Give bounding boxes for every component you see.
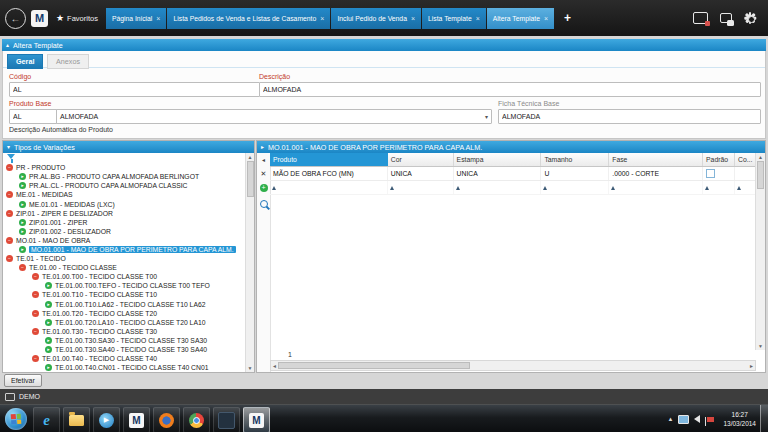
browser-tab[interactable]: Lista Template×: [422, 8, 486, 29]
scroll-left-icon[interactable]: ◄: [272, 363, 277, 369]
tree-panel-header[interactable]: ▾ Tipos de Variações: [3, 141, 254, 153]
add-row-cell[interactable]: [735, 181, 756, 194]
browser-tab[interactable]: Inclui Pedido de Venda×: [331, 8, 421, 29]
column-header[interactable]: Estampa: [454, 153, 542, 166]
collapse-node-icon[interactable]: −: [32, 328, 39, 335]
leaf-arrow-icon[interactable]: ▸: [45, 301, 52, 308]
tree-node[interactable]: ▸PR.AL.CL - PRODUTO CAPA ALMOFADA CLASSI…: [3, 181, 246, 190]
add-row-cell[interactable]: [270, 181, 388, 194]
collapse-node-icon[interactable]: −: [19, 264, 26, 271]
tree-node[interactable]: −MO.01 - MAO DE OBRA: [3, 236, 246, 245]
column-header[interactable]: Padrão: [703, 153, 735, 166]
tray-volume-icon[interactable]: [694, 415, 700, 423]
leaf-arrow-icon[interactable]: ▸: [19, 201, 26, 208]
collapse-node-icon[interactable]: −: [6, 210, 13, 217]
action-center-flag-icon[interactable]: [707, 417, 714, 422]
scroll-right-icon[interactable]: ►: [749, 363, 754, 369]
tree-node[interactable]: −PR - PRODUTO: [3, 163, 246, 172]
leaf-arrow-icon[interactable]: ▸: [19, 173, 26, 180]
collapse-node-icon[interactable]: −: [6, 164, 13, 171]
leaf-arrow-icon[interactable]: ▸: [45, 319, 52, 326]
media-player-icon[interactable]: ▶: [93, 407, 120, 432]
browser-tab[interactable]: Altera Template×: [487, 8, 554, 29]
tab-close-icon[interactable]: ×: [544, 15, 548, 22]
collapse-tree-icon[interactable]: ▾: [7, 144, 10, 150]
tree-node[interactable]: ▸TE.01.00.T30.SA40 - TECIDO CLASSE T30 S…: [3, 345, 246, 354]
panel-titlebar[interactable]: ▴ Altera Template: [2, 39, 766, 51]
add-row-icon[interactable]: +: [260, 184, 268, 192]
tree-node[interactable]: −TE.01.00.T40 - TECIDO CLASSE T40: [3, 354, 246, 363]
tray-monitor-icon[interactable]: [678, 415, 689, 424]
column-header[interactable]: Tamanho: [541, 153, 609, 166]
column-header[interactable]: Cor: [388, 153, 454, 166]
add-row-cell[interactable]: [454, 181, 542, 194]
scroll-thumb[interactable]: [247, 161, 254, 197]
dropdown-arrow-icon[interactable]: ▾: [485, 113, 488, 120]
browser-tab[interactable]: Lista Pedidos de Venda e Listas de Casam…: [167, 8, 330, 29]
millennium-app-icon[interactable]: M: [123, 407, 150, 432]
produto-base-select[interactable]: ALMOFADA ▾: [56, 109, 492, 124]
leaf-arrow-icon[interactable]: ▸: [19, 182, 26, 189]
filter-icon[interactable]: [7, 154, 17, 163]
collapse-node-icon[interactable]: −: [32, 291, 39, 298]
tree-node[interactable]: −ME.01 - MEDIDAS: [3, 190, 246, 199]
tree-node[interactable]: ▸ME.01.01 - MEDIDAS (LXC): [3, 199, 246, 208]
grid-add-row[interactable]: [270, 181, 756, 195]
tree-node[interactable]: −TE.01.00.T00 - TECIDO CLASSE T00: [3, 272, 246, 281]
grid-cell-cor[interactable]: UNICA: [388, 167, 454, 180]
search-row-icon[interactable]: [260, 200, 268, 208]
column-header[interactable]: Co...: [735, 153, 756, 166]
tree-node[interactable]: −TE.01.00 - TECIDO CLASSE: [3, 263, 246, 272]
favorites-button[interactable]: ★ Favoritos: [53, 13, 101, 23]
produto-base-code-input[interactable]: [9, 109, 61, 124]
tree-node[interactable]: ▸ZIP.01.002 - DESLIZADOR: [3, 227, 246, 236]
column-header[interactable]: Fase: [609, 153, 703, 166]
leaf-arrow-icon[interactable]: ▸: [19, 246, 26, 253]
add-row-cell[interactable]: [388, 181, 454, 194]
column-header[interactable]: Produto: [270, 153, 388, 166]
tree-node[interactable]: −TE.01.00.T20 - TECIDO CLASSE T20: [3, 309, 246, 318]
tree-node[interactable]: ▸TE.01.00.T20.LA10 - TECIDO CLASSE T20 L…: [3, 318, 246, 327]
grid-cell-fase[interactable]: .0000 - CORTE: [609, 167, 703, 180]
tree-node[interactable]: ▸ZIP.01.001 - ZIPER: [3, 218, 246, 227]
collapse-node-icon[interactable]: −: [6, 255, 13, 262]
collapse-node-icon[interactable]: −: [32, 273, 39, 280]
tree-node[interactable]: ▸TE.01.00.T00.TEFO - TECIDO CLASSE T00 T…: [3, 281, 246, 290]
leaf-arrow-icon[interactable]: ▸: [45, 337, 52, 344]
chat-icon[interactable]: [718, 11, 733, 25]
tree-node[interactable]: ▸TE.01.00.T40.CN01 - TECIDO CLASSE T40 C…: [3, 363, 246, 372]
grid-cell-tamanho[interactable]: U: [541, 167, 609, 180]
tree-node[interactable]: −TE.01 - TECIDO: [3, 254, 246, 263]
horizontal-scrollbar[interactable]: ◄ ►: [270, 360, 756, 371]
windows-explorer-icon[interactable]: [63, 407, 90, 432]
tab-close-icon[interactable]: ×: [411, 15, 415, 22]
add-row-cell[interactable]: [609, 181, 703, 194]
tab-close-icon[interactable]: ×: [476, 15, 480, 22]
leaf-arrow-icon[interactable]: ▸: [19, 219, 26, 226]
leaf-arrow-icon[interactable]: ▸: [45, 346, 52, 353]
messages-icon[interactable]: [693, 11, 708, 25]
collapse-node-icon[interactable]: −: [32, 310, 39, 317]
leaf-arrow-icon[interactable]: ▸: [45, 364, 52, 371]
tab-anexos[interactable]: Anexos: [47, 54, 89, 69]
grid-cell-extra[interactable]: [735, 167, 756, 180]
collapse-node-icon[interactable]: −: [32, 355, 39, 362]
scroll-up-icon[interactable]: ▲: [758, 154, 763, 160]
tree-node[interactable]: −TE.01.00.T30 - TECIDO CLASSE T30: [3, 327, 246, 336]
leaf-arrow-icon[interactable]: ▸: [45, 282, 52, 289]
settings-gear-icon[interactable]: [743, 11, 757, 25]
dark-app-icon[interactable]: [213, 407, 240, 432]
collapse-node-icon[interactable]: −: [6, 237, 13, 244]
collapse-node-icon[interactable]: −: [6, 191, 13, 198]
grid-panel-header[interactable]: ▸ MO.01.001 - MAO DE OBRA POR PERIMETRO …: [257, 141, 765, 153]
leaf-arrow-icon[interactable]: ▸: [19, 228, 26, 235]
add-row-cell[interactable]: [541, 181, 609, 194]
scroll-up-icon[interactable]: ▲: [248, 154, 253, 160]
back-button[interactable]: ←: [5, 8, 26, 29]
add-row-cell[interactable]: [703, 181, 735, 194]
show-desktop-button[interactable]: [760, 405, 768, 432]
millennium-active-icon[interactable]: M: [243, 407, 270, 432]
tree-node[interactable]: −ZIP.01 - ZIPER E DESLIZADOR: [3, 209, 246, 218]
tab-geral[interactable]: Geral: [7, 54, 43, 69]
browser-tab[interactable]: Página Inicial×: [106, 8, 167, 29]
